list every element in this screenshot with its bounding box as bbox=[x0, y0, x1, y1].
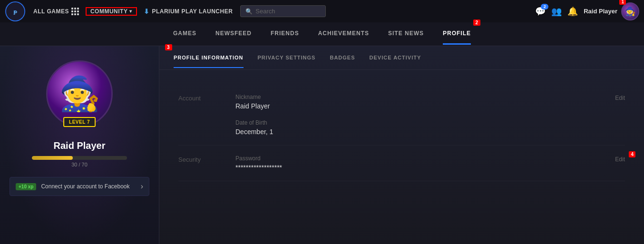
tab-friends[interactable]: FRIENDS bbox=[271, 23, 299, 45]
friends-icon: 👥 bbox=[551, 7, 562, 16]
tab-profile[interactable]: PROFILE 2 bbox=[443, 23, 471, 45]
search-icon: 🔍 bbox=[245, 8, 253, 15]
tab-games[interactable]: GAMES bbox=[173, 23, 196, 45]
xp-text: 30 / 70 bbox=[32, 162, 127, 167]
grid-icon bbox=[71, 8, 79, 15]
launcher-nav[interactable]: ⬇ PLARIUM PLAY LAUNCHER bbox=[140, 8, 236, 15]
password-field: Password ****************** bbox=[235, 155, 596, 171]
annotation-3: 3 bbox=[165, 44, 172, 50]
profile-information-content: Account Nickname Raid Player Date of Bir… bbox=[159, 70, 644, 195]
security-label: Security bbox=[178, 155, 216, 171]
tab-sitenews[interactable]: SITE NEWS bbox=[388, 23, 424, 45]
connect-facebook-banner[interactable]: +10 xp Connect your account to Facebook … bbox=[10, 177, 149, 196]
nickname-field: Nickname Raid Player bbox=[235, 94, 596, 110]
messages-badge: 2 bbox=[541, 4, 548, 10]
xp-reward-pill: +10 xp bbox=[16, 183, 36, 190]
plarium-logo[interactable]: P P bbox=[5, 1, 26, 22]
download-icon: ⬇ bbox=[144, 8, 150, 15]
secondary-navigation: GAMES NEWSFEED FRIENDS ACHIEVEMENTS SITE… bbox=[0, 22, 644, 46]
dob-field: Date of Birth December, 1 bbox=[235, 119, 596, 136]
xp-bar: 30 / 70 bbox=[32, 156, 127, 167]
user-profile-button[interactable]: 1 Raid Player 🧙 bbox=[584, 2, 639, 20]
account-edit-button[interactable]: Edit bbox=[615, 94, 625, 101]
dob-value: December, 1 bbox=[235, 128, 596, 136]
nav-right-icons: 💬 2 👥 🔔 1 Raid Player 🧙 bbox=[535, 2, 639, 20]
tab-privacy-settings[interactable]: PRIVACY SETTINGS bbox=[258, 48, 316, 68]
friends-button[interactable]: 👥 bbox=[551, 6, 562, 17]
tab-profile-information[interactable]: PROFILE INFORMATION 3 bbox=[174, 48, 244, 68]
security-fields: Password ****************** bbox=[235, 155, 596, 171]
player-name: Raid Player bbox=[54, 140, 106, 151]
all-games-nav[interactable]: ALL GAMES bbox=[29, 8, 83, 15]
top-navigation: P P ALL GAMES COMMUNITY ▾ ⬇ PLARIUM PLAY… bbox=[0, 0, 644, 22]
xp-bar-fill bbox=[32, 156, 73, 160]
community-nav[interactable]: COMMUNITY ▾ bbox=[87, 8, 136, 15]
tab-achievements[interactable]: ACHIEVEMENTS bbox=[318, 23, 369, 45]
profile-main-content: PROFILE INFORMATION 3 PRIVACY SETTINGS B… bbox=[159, 46, 644, 244]
chevron-down-icon: ▾ bbox=[129, 9, 132, 14]
arrow-right-icon: › bbox=[141, 182, 143, 191]
annotation-4: 4 bbox=[629, 151, 635, 157]
profile-tabs: PROFILE INFORMATION 3 PRIVACY SETTINGS B… bbox=[159, 46, 644, 70]
profile-layout: 🧙 LEVEL 7 Raid Player 30 / 70 +10 xp Con… bbox=[0, 46, 644, 244]
password-value: ****************** bbox=[235, 164, 596, 171]
password-label: Password bbox=[235, 155, 596, 162]
tab-newsfeed[interactable]: NEWSFEED bbox=[215, 23, 252, 45]
security-section: Security Password ****************** Edi… bbox=[178, 146, 625, 181]
bell-icon: 🔔 bbox=[567, 7, 578, 16]
account-fields: Nickname Raid Player Date of Birth Decem… bbox=[235, 94, 596, 136]
svg-text:P: P bbox=[13, 9, 18, 16]
messages-button[interactable]: 💬 2 bbox=[535, 6, 546, 17]
tab-badges[interactable]: BADGES bbox=[330, 48, 355, 68]
avatar-container: 🧙 LEVEL 7 bbox=[46, 60, 113, 127]
tab-device-activity[interactable]: DEVICE ACTIVITY bbox=[370, 48, 421, 68]
connect-facebook-text: Connect your account to Facebook bbox=[41, 183, 136, 191]
profile-sidebar: 🧙 LEVEL 7 Raid Player 30 / 70 +10 xp Con… bbox=[0, 46, 159, 244]
account-section: Account Nickname Raid Player Date of Bir… bbox=[178, 84, 625, 146]
notifications-button[interactable]: 🔔 bbox=[567, 6, 578, 17]
nickname-value: Raid Player bbox=[235, 102, 596, 110]
account-label: Account bbox=[178, 94, 216, 136]
user-avatar: 🧙 bbox=[621, 2, 639, 20]
search-bar[interactable]: 🔍 Search bbox=[240, 5, 326, 17]
nickname-label: Nickname bbox=[235, 94, 596, 100]
security-edit-button[interactable]: Edit bbox=[615, 155, 625, 163]
annotation-2: 2 bbox=[473, 20, 480, 26]
dob-label: Date of Birth bbox=[235, 119, 596, 126]
level-badge: LEVEL 7 bbox=[63, 117, 96, 127]
annotation-1: 1 bbox=[619, 0, 626, 5]
xp-bar-track bbox=[32, 156, 127, 160]
